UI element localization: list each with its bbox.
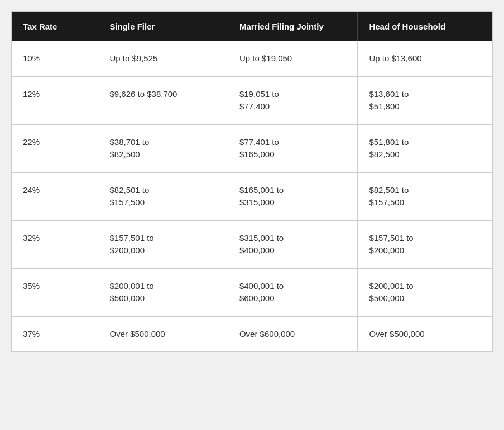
cell-tax-rate: 32% <box>12 220 98 268</box>
table-row: 32%$157,501 to$200,000$315,001 to$400,00… <box>12 220 492 268</box>
cell-tax-rate: 35% <box>12 268 98 316</box>
cell-married: Up to $19,050 <box>228 41 357 76</box>
cell-single: $9,626 to $38,700 <box>98 76 228 124</box>
table-row: 22%$38,701 to$82,500$77,401 to$165,000$5… <box>12 124 492 172</box>
cell-single: $38,701 to$82,500 <box>98 124 228 172</box>
table-body: 10%Up to $9,525Up to $19,050Up to $13,60… <box>12 41 492 351</box>
cell-head: $157,501 to$200,000 <box>358 220 492 268</box>
cell-married: $400,001 to$600,000 <box>228 268 357 316</box>
cell-married: $165,001 to$315,000 <box>228 172 357 220</box>
cell-tax-rate: 12% <box>12 76 98 124</box>
cell-single: Over $500,000 <box>98 316 228 351</box>
cell-single: $200,001 to$500,000 <box>98 268 228 316</box>
cell-head: $82,501 to$157,500 <box>358 172 492 220</box>
tax-table-container: Tax Rate Single Filer Married Filing Joi… <box>11 11 493 352</box>
table-row: 24%$82,501 to$157,500$165,001 to$315,000… <box>12 172 492 220</box>
cell-head: Up to $13,600 <box>358 41 492 76</box>
header-tax-rate: Tax Rate <box>12 12 98 41</box>
header-head-of-household: Head of Household <box>358 12 492 41</box>
cell-head: $13,601 to$51,800 <box>358 76 492 124</box>
table-header-row: Tax Rate Single Filer Married Filing Joi… <box>12 12 492 41</box>
cell-tax-rate: 22% <box>12 124 98 172</box>
table-row: 12%$9,626 to $38,700$19,051 to$77,400$13… <box>12 76 492 124</box>
tax-brackets-table: Tax Rate Single Filer Married Filing Joi… <box>12 12 492 351</box>
cell-single: $82,501 to$157,500 <box>98 172 228 220</box>
cell-tax-rate: 24% <box>12 172 98 220</box>
cell-tax-rate: 37% <box>12 316 98 351</box>
cell-single: $157,501 to$200,000 <box>98 220 228 268</box>
cell-married: $315,001 to$400,000 <box>228 220 357 268</box>
cell-married: $77,401 to$165,000 <box>228 124 357 172</box>
table-row: 37%Over $500,000Over $600,000Over $500,0… <box>12 316 492 351</box>
cell-married: $19,051 to$77,400 <box>228 76 357 124</box>
header-single-filer: Single Filer <box>98 12 228 41</box>
header-married-filing-jointly: Married Filing Jointly <box>228 12 357 41</box>
cell-head: Over $500,000 <box>358 316 492 351</box>
cell-head: $51,801 to$82,500 <box>358 124 492 172</box>
cell-head: $200,001 to$500,000 <box>358 268 492 316</box>
cell-married: Over $600,000 <box>228 316 357 351</box>
table-row: 10%Up to $9,525Up to $19,050Up to $13,60… <box>12 41 492 76</box>
cell-single: Up to $9,525 <box>98 41 228 76</box>
table-row: 35%$200,001 to$500,000$400,001 to$600,00… <box>12 268 492 316</box>
cell-tax-rate: 10% <box>12 41 98 76</box>
